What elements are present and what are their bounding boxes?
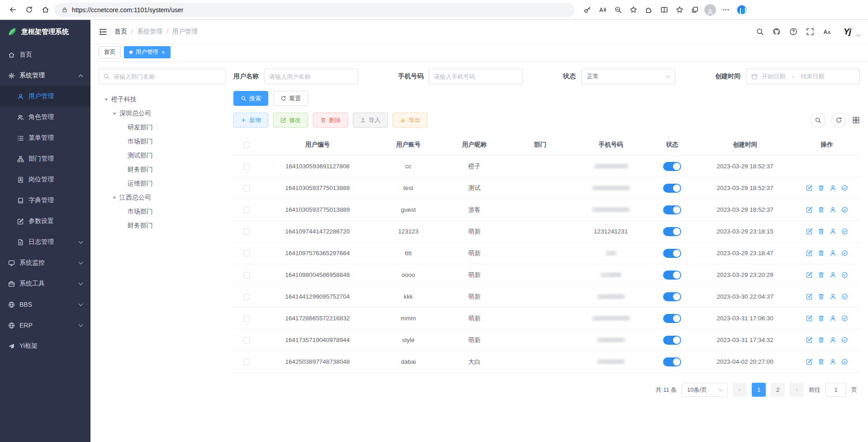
dept-tree-node[interactable]: 测试部门 — [99, 148, 226, 162]
dept-tree-node[interactable]: 运维部门 — [99, 176, 226, 190]
sidebar-item[interactable]: 角色管理 — [0, 107, 90, 128]
row-assign-role-icon[interactable] — [841, 271, 848, 278]
next-page-button[interactable]: › — [790, 383, 804, 397]
row-reset-password-icon[interactable] — [830, 358, 836, 365]
help-icon[interactable] — [789, 28, 797, 36]
row-edit-icon[interactable] — [806, 185, 813, 191]
collections-icon[interactable] — [688, 3, 702, 17]
status-toggle[interactable] — [663, 292, 681, 301]
favorites-bar-icon[interactable] — [672, 3, 687, 17]
prev-page-button[interactable]: ‹ — [733, 383, 747, 397]
copilot-icon[interactable] — [736, 5, 747, 15]
add-button[interactable]: 新增 — [233, 113, 268, 128]
row-reset-password-icon[interactable] — [830, 228, 836, 235]
row-edit-icon[interactable] — [806, 315, 813, 322]
sidebar-item[interactable]: 首页 — [0, 44, 90, 65]
row-reset-password-icon[interactable] — [830, 315, 836, 322]
row-edit-icon[interactable] — [806, 250, 813, 257]
sidebar-item[interactable]: 部门管理 — [0, 148, 90, 169]
address-bar[interactable]: https://ccnetcore.com:1101/system/user — [54, 3, 574, 17]
breadcrumb-item[interactable]: 系统管理 — [137, 28, 162, 36]
sidebar-item[interactable]: 日志管理 — [0, 232, 90, 252]
extensions-icon[interactable] — [641, 3, 656, 17]
sidebar-item[interactable]: 菜单管理 — [0, 128, 90, 148]
row-checkbox[interactable] — [243, 207, 250, 213]
status-toggle[interactable] — [663, 162, 681, 171]
row-checkbox[interactable] — [243, 294, 250, 300]
dept-tree-node[interactable]: 橙子科技 — [99, 92, 226, 106]
reset-button[interactable]: 重置 — [273, 91, 308, 106]
sidebar-item[interactable]: 用户管理 — [0, 86, 90, 107]
browser-home-icon[interactable] — [38, 3, 52, 17]
sidebar-item[interactable]: 系统监控 — [0, 252, 90, 273]
row-assign-role-icon[interactable] — [841, 358, 848, 365]
dept-tree-node[interactable]: 财务部门 — [99, 162, 226, 176]
row-edit-icon[interactable] — [806, 337, 813, 343]
page-size-select[interactable]: 10条/页 — [682, 383, 728, 397]
goto-page-input[interactable] — [825, 383, 846, 397]
breadcrumb-item[interactable]: 首页 — [114, 28, 127, 36]
status-select[interactable]: 正常 — [581, 69, 675, 84]
row-assign-role-icon[interactable] — [841, 206, 848, 213]
row-edit-icon[interactable] — [806, 358, 813, 365]
user-menu[interactable]: Yj — [840, 24, 860, 39]
row-assign-role-icon[interactable] — [841, 228, 848, 235]
row-delete-icon[interactable] — [818, 228, 825, 235]
row-reset-password-icon[interactable] — [830, 206, 836, 213]
status-toggle[interactable] — [663, 205, 681, 214]
sidebar-item[interactable]: 字典管理 — [0, 190, 90, 211]
row-checkbox[interactable] — [243, 228, 250, 235]
export-button[interactable]: 导出 — [393, 113, 427, 128]
row-checkbox[interactable] — [243, 337, 250, 343]
row-delete-icon[interactable] — [818, 358, 825, 365]
row-edit-icon[interactable] — [806, 228, 813, 235]
github-icon[interactable] — [773, 28, 781, 36]
show-search-toggle-button[interactable] — [811, 113, 825, 128]
sidebar-item[interactable]: 系统管理 — [0, 65, 90, 86]
site-info-lock-icon[interactable] — [62, 7, 68, 13]
row-reset-password-icon[interactable] — [830, 250, 836, 257]
row-delete-icon[interactable] — [818, 271, 825, 278]
header-search-icon[interactable] — [756, 28, 764, 36]
row-assign-role-icon[interactable] — [841, 293, 848, 300]
add-favorite-icon[interactable] — [626, 3, 640, 17]
row-reset-password-icon[interactable] — [830, 271, 836, 278]
close-tab-icon[interactable]: × — [161, 49, 165, 55]
browser-back-icon[interactable] — [5, 3, 20, 17]
fullscreen-icon[interactable] — [806, 28, 814, 36]
breadcrumb-item[interactable]: 用户管理 — [172, 28, 198, 36]
dept-tree-node[interactable]: 财务部门 — [99, 219, 226, 233]
row-checkbox[interactable] — [243, 359, 250, 365]
dept-tree-node[interactable]: 市场部门 — [99, 134, 226, 148]
row-checkbox[interactable] — [243, 315, 250, 322]
view-tab[interactable]: 首页 — [99, 46, 121, 58]
username-input[interactable] — [264, 69, 358, 84]
row-edit-icon[interactable] — [806, 293, 813, 300]
row-assign-role-icon[interactable] — [841, 315, 848, 322]
status-toggle[interactable] — [663, 249, 681, 258]
select-all-checkbox[interactable] — [243, 142, 250, 148]
sidebar-item[interactable]: 岗位管理 — [0, 169, 90, 190]
row-delete-icon[interactable] — [818, 337, 825, 343]
status-toggle[interactable] — [663, 336, 681, 345]
department-search-input[interactable] — [99, 69, 226, 84]
row-assign-role-icon[interactable] — [841, 185, 848, 191]
row-delete-icon[interactable] — [818, 185, 825, 191]
date-range-picker[interactable]: 开始日期 - 结束日期 — [746, 69, 860, 84]
zoom-icon[interactable] — [611, 3, 625, 17]
import-button[interactable]: 导入 — [353, 113, 388, 128]
dept-tree-node[interactable]: 市场部门 — [99, 204, 226, 219]
browser-refresh-icon[interactable] — [22, 3, 36, 17]
status-toggle[interactable] — [663, 184, 681, 193]
page-number-button[interactable]: 1 — [752, 383, 766, 397]
row-delete-icon[interactable] — [818, 315, 825, 322]
row-delete-icon[interactable] — [818, 250, 825, 257]
status-toggle[interactable] — [663, 314, 681, 323]
password-key-icon[interactable] — [580, 3, 594, 17]
font-size-icon[interactable] — [823, 28, 831, 36]
row-edit-icon[interactable] — [806, 271, 813, 278]
split-screen-icon[interactable] — [657, 3, 671, 17]
browser-profile-avatar[interactable] — [703, 3, 717, 17]
row-reset-password-icon[interactable] — [830, 337, 836, 343]
dept-tree-node[interactable]: 研发部门 — [99, 120, 226, 134]
